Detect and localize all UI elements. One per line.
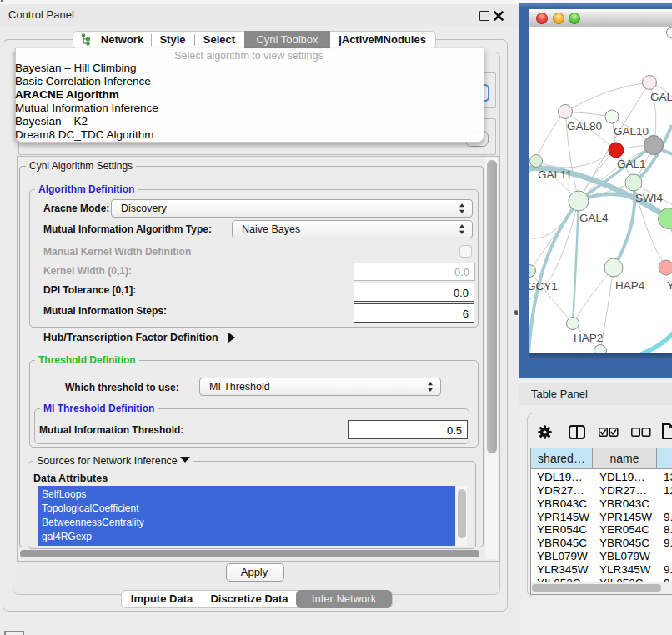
svg-text:GAL11: GAL11 (538, 168, 572, 181)
svg-text:GAL10: GAL10 (614, 125, 649, 138)
svg-text:Y: Y (667, 279, 672, 292)
svg-text:GAL4: GAL4 (579, 212, 609, 224)
svg-text:GCY1: GCY1 (529, 280, 558, 292)
svg-text:GAL80: GAL80 (567, 120, 602, 132)
svg-text:SWI4: SWI4 (635, 192, 663, 204)
svg-text:GAL: GAL (650, 91, 672, 103)
svg-text:HAP4: HAP4 (615, 279, 645, 292)
svg-text:HAP2: HAP2 (574, 332, 603, 344)
svg-text:GAL1: GAL1 (617, 158, 646, 170)
